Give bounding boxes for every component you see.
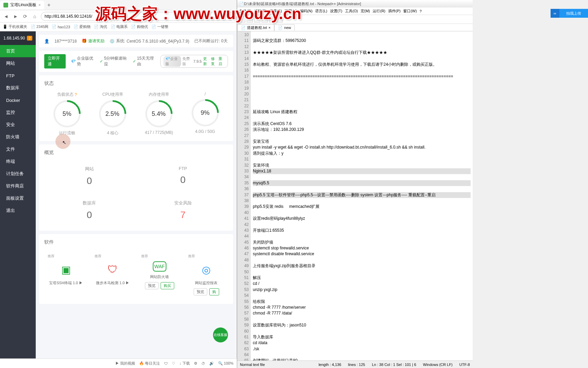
toolbar-button[interactable] [254,16,260,22]
browser-tab[interactable]: 宝塔Linux面板 × [0,1,44,10]
sidebar-item-firewall[interactable]: 防火墙 [0,131,36,143]
bookmark-item[interactable]: 📄 一键整 [151,24,168,29]
notepad-tab[interactable]: 📄 new [274,25,295,31]
toolbar-button[interactable] [262,16,268,22]
sidebar-item-ftp[interactable]: FTP [0,70,36,82]
menu-help[interactable]: ? [420,9,422,13]
tab-close-icon[interactable]: × [38,3,41,7]
sidebar-item-home[interactable]: 首页 [0,45,36,57]
software-waf[interactable]: 推荐 WAF 网站防火墙 预览 购买 [138,250,181,299]
my-video-button[interactable]: ▶ 我的视频 [115,361,135,366]
software-trojan[interactable]: 推荐 🛡 微步木马检测 1.0 ▶ [91,250,135,299]
toolbar-button[interactable] [277,16,283,22]
preview-button[interactable]: 预览 [194,288,207,295]
address-bar[interactable]: http://81.68.145.90:12416/ [41,12,234,21]
heart-icon[interactable]: ♡ [172,361,175,366]
notepad-app-icon: 📄 [239,2,244,6]
gauge-load[interactable]: 负载状态 ? 5% 运行流畅 [53,92,81,136]
chat-button[interactable]: 在线客服 [213,327,228,342]
sidebar-item-settings[interactable]: 面板设置 [0,192,36,204]
upgrade-button[interactable]: 立即开通 [44,54,66,68]
bookmark-item[interactable]: 📄 购物优 [131,24,148,29]
repair-link[interactable]: 修复 [211,56,217,66]
browser-tabs: 宝塔Linux面板 × + [0,0,236,10]
panel-main: 👤 187****3718 🎁 邀请奖励 💿 系统: CentOS 7.6.18… [36,31,236,358]
bookmark-item[interactable]: 📱 手机收藏夹 [3,24,27,29]
sidebar-item-website[interactable]: 网站 [0,57,36,70]
tab-title: 宝塔Linux面板 [10,2,36,8]
refresh-button[interactable]: ⟳ [22,13,29,20]
software-ssh[interactable]: 推荐 ▣ 宝塔SSH终端 1.0 ▶ [44,250,88,299]
code-area[interactable]: 源码之家交流群：599675200 ★★★★★架设所需软件请进入QQ群-群文件内… [251,31,473,361]
menu-settings[interactable]: 设置(T) [330,9,342,14]
sound-icon[interactable]: 🔊 [209,361,214,366]
preview-button[interactable]: 预览 [145,282,159,289]
forward-button[interactable]: ► [12,13,19,20]
menu-tools[interactable]: 工具(O) [345,9,358,14]
sidebar-item-cron[interactable]: 计划任务 [0,168,36,180]
notepad-menubar: 文件(F) 编辑(E) 搜索(S) 视图(V) 编码(N) 语言(L) 设置(T… [237,7,473,15]
toolbar-button[interactable] [269,16,275,22]
notepad-tab[interactable]: 📄 搭建教程.txt × [237,24,274,31]
settings-icon[interactable]: ⚙ [194,361,197,366]
bookmark-item[interactable]: 📄 电脑系 [111,24,128,29]
menu-view[interactable]: 视图(V) [284,9,297,14]
buy-button[interactable]: 购买 [161,282,174,289]
buy-button[interactable]: 购 [209,288,219,295]
overview-security[interactable]: 安全风险 7 [138,195,228,226]
sidebar-item-terminal[interactable]: 终端 [0,155,36,168]
restart-link[interactable]: 重启 [218,56,225,66]
back-button[interactable]: ◄ [3,13,10,20]
overview-ftp[interactable]: FTP 0 [138,161,228,191]
toolbar-button[interactable] [239,16,245,22]
software-monitor[interactable]: 推荐 ◎ 网站监控报表 预览 购 [185,250,228,299]
toolbar-button[interactable] [247,16,253,22]
menu-plugins[interactable]: 插件(P) [388,9,401,14]
sidebar-item-software[interactable]: 软件商店 [0,180,36,192]
bookmark-item[interactable]: 📄 hao123 [52,25,70,29]
version-info: 💎企业版 免费版 7.9.5 更新 修复 重启 [160,55,228,68]
user-phone: 187****3718 [54,39,77,44]
zoom-level[interactable]: 🔍 100% [218,361,233,366]
status-card: 状态 负载状态 ? 5% 运行流畅 CPU使用率 2.5% 4 核心 内存使用率 [39,75,233,141]
enterprise-badge: 💎企业版 [163,56,181,67]
home-button[interactable]: ⌂ [31,13,38,20]
overview-database[interactable]: 数据库 0 [44,195,134,226]
shield-icon[interactable]: 🛡 [164,362,168,366]
download-button[interactable]: ↓ 下载 [179,361,190,366]
update-link[interactable]: 更新 [203,56,210,66]
feature-item: ✓5分钟极速响应 [100,56,128,67]
notepad-editor[interactable]: 1011121314151617181920212223242526272829… [237,31,473,361]
menu-run[interactable]: 运行(R) [373,9,385,14]
upload-icon: ∞ [551,9,559,18]
sidebar-item-database[interactable]: 数据库 [0,82,36,94]
notepad-window: 📄 D:\未录制\延禧攻略H5\服务端\搭建教程.txt - Notepad++… [237,0,473,368]
daily-button[interactable]: 🔥 每日关注 [139,361,160,366]
menu-encoding[interactable]: 编码(N) [300,9,312,14]
bookmark-item[interactable]: 📄 2345网 [31,24,48,29]
sidebar-item-logout[interactable]: 退出 [0,204,36,217]
gauge-disk[interactable]: / 9% 4.0G / 50G [192,92,219,136]
menu-search[interactable]: 搜索(S) [270,9,282,14]
overview-card: 概览 网站 0 FTP 0 数据库 0 安全风险 [39,144,233,231]
menu-file[interactable]: 文件(F) [239,9,251,14]
bookmark-item[interactable]: 📄 爱购物 [74,24,91,29]
menu-language[interactable]: 语言(L) [315,9,327,14]
menu-edit[interactable]: 编辑(E) [254,9,267,14]
sidebar-item-files[interactable]: 文件 [0,143,36,155]
gauge-memory[interactable]: 内存使用率 5.4% 417 / 7725(MB) [145,92,173,136]
gauge-cpu[interactable]: CPU使用率 2.5% 4 核心 [99,92,126,136]
notification-badge[interactable]: 2 [27,36,32,41]
menu-macro[interactable]: 宏(M) [361,9,370,14]
invite-link[interactable]: 🎁 邀请奖励 [82,38,104,44]
overview-website[interactable]: 网站 0 [44,161,134,191]
sidebar-item-docker[interactable]: Docker [0,94,36,106]
upload-button[interactable]: ∞ 拍我上传 [551,9,588,18]
sidebar-item-monitor[interactable]: 监控 [0,106,36,119]
server-ip: 1.68.145.90 [3,36,25,41]
new-tab-button[interactable]: + [44,2,54,8]
history-icon[interactable]: ⏱ [201,362,205,366]
bookmark-item[interactable]: 📄 淘优 [94,24,107,29]
sidebar-item-security[interactable]: 安全 [0,119,36,131]
menu-window[interactable]: 窗口(W) [403,9,417,14]
